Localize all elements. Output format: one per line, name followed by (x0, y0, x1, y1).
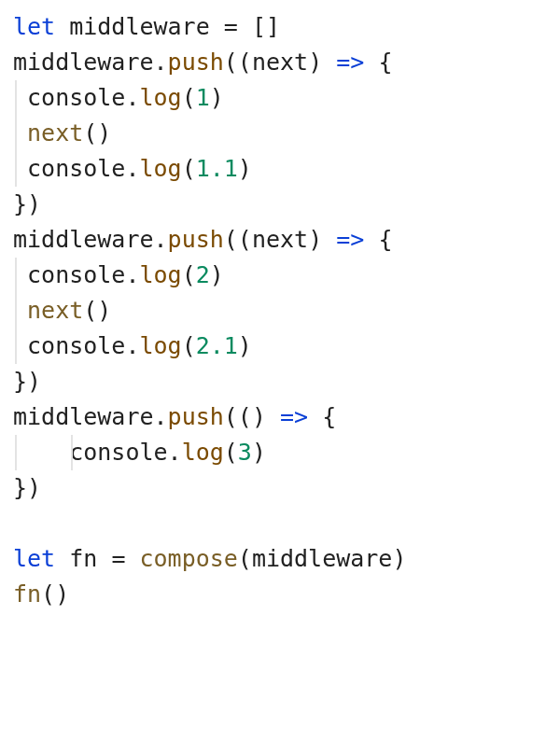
code-token: (middleware) (238, 545, 407, 572)
code-token: log (139, 155, 181, 182)
code-token: middleware (13, 226, 154, 253)
code-token: (( (224, 226, 252, 253)
code-token: let (13, 13, 55, 40)
code-line: }) (13, 364, 547, 399)
code-token: log (139, 84, 181, 111)
code-line: middleware.push((next) => { (13, 45, 547, 80)
code-token: fn (55, 545, 111, 572)
code-line-content: next() (13, 119, 111, 147)
code-token: console (27, 261, 125, 288)
code-token: log (182, 439, 224, 466)
code-line-content: console.log(3) (13, 439, 266, 466)
code-line: console.log(2) (13, 258, 547, 293)
code-token: fn (13, 580, 41, 608)
code-line-content: }) (13, 190, 41, 217)
code-token: 1.1 (196, 155, 238, 182)
code-token: next (27, 297, 83, 324)
code-token: => (336, 226, 364, 253)
code-line-content: }) (13, 368, 41, 395)
code-token: ) (210, 261, 224, 288)
code-token: ) (308, 226, 336, 253)
code-line (13, 506, 547, 541)
code-line-content: console.log(1.1) (13, 155, 252, 182)
code-token: push (168, 403, 224, 430)
code-token: . (125, 332, 139, 359)
code-token: log (139, 332, 181, 359)
code-token: . (125, 261, 139, 288)
code-token: (( (224, 49, 252, 76)
code-token: }) (13, 368, 41, 395)
code-line: console.log(1) (13, 80, 547, 116)
code-line-content: middleware.push((next) => { (13, 226, 392, 253)
code-token: ( (224, 439, 238, 466)
code-line: console.log(1.1) (13, 151, 547, 187)
code-token: middleware (55, 13, 224, 40)
code-token: ) (252, 439, 266, 466)
code-token: }) (13, 190, 41, 217)
code-token: next (252, 226, 308, 253)
code-token: ) (308, 49, 336, 76)
code-token: next (27, 119, 83, 147)
code-line: }) (13, 470, 547, 506)
code-line-content: let middleware = [] (13, 13, 280, 40)
code-token: => (280, 403, 308, 430)
code-line: console.log(3) (13, 435, 547, 470)
code-token: . (125, 84, 139, 111)
code-token: [] (238, 13, 280, 40)
code-line: let fn = compose(middleware) (13, 541, 547, 577)
code-token: { (364, 226, 392, 253)
code-token: next (252, 49, 308, 76)
code-token: . (154, 49, 168, 76)
code-token: = (224, 13, 238, 40)
code-token: middleware (13, 49, 154, 76)
code-token: ) (238, 155, 252, 182)
code-token: () (83, 119, 111, 147)
code-token (125, 545, 139, 572)
code-token: }) (13, 474, 41, 501)
code-line-content: console.log(1) (13, 84, 224, 111)
code-token: { (364, 49, 392, 76)
code-block: let middleware = [] middleware.push((nex… (13, 9, 547, 612)
code-line-content: console.log(2.1) (13, 332, 252, 359)
code-token: ( (182, 332, 196, 359)
code-token: . (154, 403, 168, 430)
code-token: console (27, 155, 125, 182)
code-token: . (154, 226, 168, 253)
code-line-content: }) (13, 474, 41, 501)
code-token: = (111, 545, 125, 572)
code-token: 2 (196, 261, 210, 288)
code-token: . (125, 155, 139, 182)
code-token: { (308, 403, 336, 430)
code-token: push (168, 49, 224, 76)
code-line-content: console.log(2) (13, 261, 224, 288)
code-token: let (13, 545, 55, 572)
code-line: let middleware = [] (13, 9, 547, 45)
code-line-content: next() (13, 297, 111, 324)
code-line: middleware.push((next) => { (13, 222, 547, 258)
code-token: => (336, 49, 364, 76)
code-token: push (168, 226, 224, 253)
code-token: console (27, 84, 125, 111)
code-token: ) (238, 332, 252, 359)
code-line: }) (13, 187, 547, 222)
code-line: next() (13, 293, 547, 329)
code-line-content: middleware.push((next) => { (13, 49, 392, 76)
code-token: 1 (196, 84, 210, 111)
code-token: (() (224, 403, 280, 430)
code-line-content: fn() (13, 580, 69, 608)
code-token: () (41, 580, 69, 608)
code-line-content: middleware.push(() => { (13, 403, 336, 430)
code-line-content: let fn = compose(middleware) (13, 545, 406, 572)
code-token: . (168, 439, 182, 466)
code-token: ) (210, 84, 224, 111)
code-token: ( (182, 84, 196, 111)
code-token: console (27, 332, 125, 359)
code-token: ( (182, 261, 196, 288)
code-token: () (83, 297, 111, 324)
code-token: 2.1 (196, 332, 238, 359)
code-line: middleware.push(() => { (13, 399, 547, 435)
code-line: fn() (13, 577, 547, 612)
code-token: middleware (13, 403, 154, 430)
code-line: console.log(2.1) (13, 329, 547, 364)
code-line: next() (13, 116, 547, 151)
